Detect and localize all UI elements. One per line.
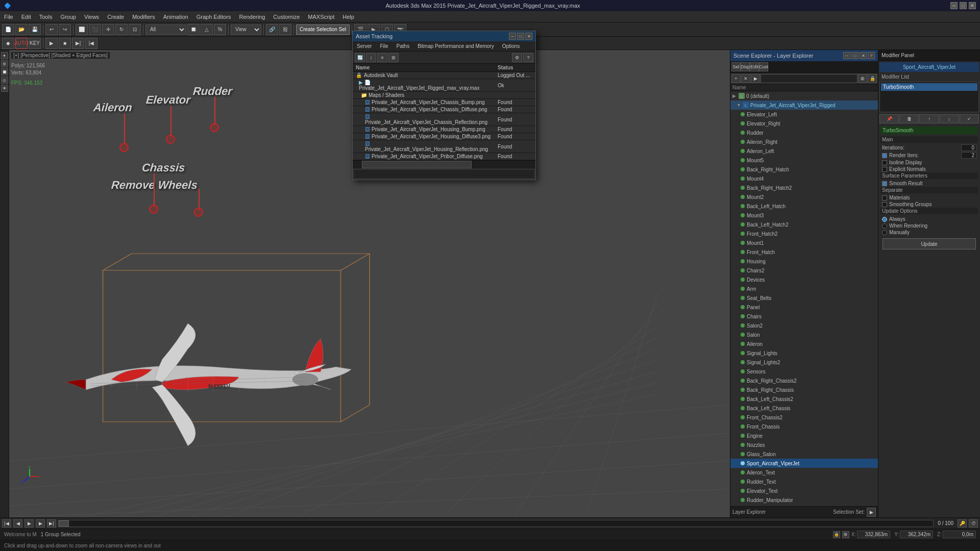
se-filter-btn[interactable]: ⊞ — [858, 74, 867, 83]
x-value[interactable]: 332,863m — [857, 531, 890, 538]
next-frame-btn[interactable]: ▶| — [72, 38, 84, 49]
se-item-rudder-text[interactable]: Rudder_Text — [730, 477, 878, 486]
snap-percent-btn[interactable]: % — [214, 24, 226, 35]
asset-refresh-btn[interactable]: 🔄 — [355, 53, 365, 62]
mod-pin-btn[interactable]: 📌 — [879, 114, 899, 123]
rotate-btn[interactable]: ↻ — [115, 24, 128, 35]
se-item-sport-aircraft-viperjet[interactable]: Sport_Aircraft_ViperJet — [730, 459, 878, 468]
menu-customize[interactable]: Customize — [269, 13, 304, 21]
se-item-mount1[interactable]: Mount1 — [730, 238, 878, 247]
radio-rendering[interactable]: When Rendering — [882, 223, 976, 229]
z-value[interactable]: 0,0m — [943, 531, 976, 538]
se-item-arm[interactable]: Arm — [730, 284, 878, 293]
update-button[interactable]: Update — [883, 238, 976, 249]
se-customize-btn[interactable]: Cust — [759, 62, 768, 71]
menu-file[interactable]: File — [0, 13, 17, 21]
radio-manually[interactable]: Manually — [882, 230, 976, 235]
scene-explorer-list[interactable]: ▶ L 0 (default) ▼ L Private_Jet_Aircraft… — [730, 91, 878, 506]
se-item-panel[interactable]: Panel — [730, 303, 878, 312]
select-region-btn[interactable]: ⬛ — [89, 24, 101, 35]
se-new-btn[interactable]: + — [731, 74, 741, 83]
materials-checkbox[interactable] — [882, 195, 887, 201]
asset-restore-btn[interactable]: □ — [517, 33, 524, 40]
link-btn[interactable]: 🔗 — [266, 24, 278, 35]
se-item-aileron-right[interactable]: Aileron_Right — [730, 137, 878, 146]
se-edit-btn[interactable]: Edit — [750, 62, 759, 71]
menu-views[interactable]: Views — [80, 13, 103, 21]
mod-delete-btn[interactable]: 🗑 — [899, 114, 919, 123]
se-close-btn[interactable]: ✕ — [860, 52, 867, 59]
se-minimize-btn[interactable]: ─ — [843, 52, 850, 59]
se-item-viperjet-layer[interactable]: ▼ L Private_Jet_Aircraft_ViperJet_Rigged — [730, 101, 878, 110]
open-btn[interactable]: 📂 — [15, 24, 28, 35]
menu-edit[interactable]: Edit — [17, 13, 35, 21]
se-search-input[interactable] — [761, 74, 857, 83]
go-end-btn[interactable]: ▶| — [47, 519, 56, 528]
isoline-checkbox[interactable] — [882, 160, 887, 165]
se-item-default-layer[interactable]: ▶ L 0 (default) — [730, 91, 878, 101]
se-item-front-hatch[interactable]: Front_Hatch — [730, 247, 878, 257]
se-item-rudder-manip[interactable]: Rudder_Manipulator — [730, 495, 878, 505]
asset-paths-menu[interactable]: Paths — [393, 42, 414, 50]
hierarchy-tab[interactable]: 🔲 — [1, 68, 8, 76]
create-selection-button[interactable]: Create Selection Sel — [296, 24, 350, 35]
asset-tracking-dialog[interactable]: Asset Tracking ─ □ ✕ Server File Paths B… — [352, 31, 536, 180]
se-item-rudder[interactable]: Rudder — [730, 128, 878, 137]
se-item-back-right-chassis[interactable]: Back_Right_Chassis — [730, 385, 878, 394]
se-delete-btn[interactable]: ✕ — [741, 74, 750, 83]
modifier-list[interactable]: TurboSmooth — [879, 82, 979, 112]
key-mode-btn[interactable]: ◆ — [2, 38, 14, 49]
snap-angle-btn[interactable]: △ — [201, 24, 213, 35]
select-filter-dropdown[interactable]: All — [145, 24, 186, 35]
se-item-signal-lights2[interactable]: Signal_Lights2 — [730, 358, 878, 367]
se-add-btn[interactable]: ▶ — [751, 74, 760, 83]
se-lock-btn[interactable]: 🔒 — [868, 74, 877, 83]
minimize-button[interactable]: ─ — [950, 2, 958, 9]
se-item-back-left-hatch2[interactable]: Back_Left_Hatch2 — [730, 220, 878, 229]
unlink-btn[interactable]: ⛓ — [279, 24, 291, 35]
maximize-button[interactable]: □ — [960, 2, 967, 9]
stop-btn[interactable]: ■ — [59, 38, 71, 49]
y-value[interactable]: 362,342m — [900, 531, 933, 538]
se-item-mount3[interactable]: Mount3 — [730, 211, 878, 220]
se-item-elevator-right[interactable]: Elevator_Right — [730, 119, 878, 128]
move-btn[interactable]: ✛ — [102, 24, 114, 35]
display-tab[interactable]: 👁 — [1, 85, 8, 92]
menu-help[interactable]: Help — [338, 13, 358, 21]
se-item-front-chassis2[interactable]: Front_Chassis2 — [730, 413, 878, 422]
time-config-btn[interactable]: ⏱ — [969, 519, 978, 528]
iterations-input[interactable] — [961, 144, 976, 151]
asset-settings-btn[interactable]: ⚙ — [512, 53, 522, 62]
asset-scrollbar[interactable] — [362, 161, 472, 168]
se-item-nozzles[interactable]: Nozzles — [730, 440, 878, 449]
menu-modifiers[interactable]: Modifiers — [128, 13, 159, 21]
asset-options-menu[interactable]: Options — [498, 42, 524, 50]
modify-tab[interactable]: ⚙ — [1, 60, 8, 67]
se-item-engine[interactable]: Engine — [730, 431, 878, 440]
se-item-seat-belts[interactable]: Seat_Belts — [730, 293, 878, 303]
asset-minimize-btn[interactable]: ─ — [509, 33, 516, 40]
grid-icon[interactable]: ⊞ — [842, 531, 849, 538]
timeline[interactable] — [58, 520, 934, 527]
menu-group[interactable]: Group — [56, 13, 80, 21]
menu-create[interactable]: Create — [103, 13, 128, 21]
asset-grid-btn[interactable]: ⊞ — [388, 53, 399, 62]
prev-frame-btn[interactable]: |◀ — [85, 38, 97, 49]
asset-scrollbar-area[interactable] — [353, 160, 535, 168]
motion-tab[interactable]: ◎ — [1, 77, 8, 84]
timeline-thumb[interactable] — [59, 520, 69, 527]
asset-file-menu[interactable]: File — [376, 42, 392, 50]
new-btn[interactable]: 📄 — [2, 24, 14, 35]
play-anim-btn[interactable]: ▶ — [24, 519, 34, 528]
se-item-back-right-chassis2[interactable]: Back_Right_Chassis2 — [730, 376, 878, 385]
view-dropdown[interactable]: View — [231, 24, 261, 35]
explicit-normals-checkbox[interactable] — [882, 167, 887, 172]
undo-btn[interactable]: ↩ — [45, 24, 58, 35]
se-item-aileron-left[interactable]: Aileron_Left — [730, 146, 878, 156]
se-item-elevator-left[interactable]: Elevator_Left — [730, 110, 878, 119]
se-item-mount5[interactable]: Mount5 — [730, 156, 878, 165]
asset-help-btn[interactable]: ? — [523, 53, 533, 62]
se-maximize-btn[interactable]: □ — [851, 52, 859, 59]
se-item-elevator-text[interactable]: Elevator_Text — [730, 486, 878, 495]
menu-maxscript[interactable]: MAXScript — [304, 13, 338, 21]
